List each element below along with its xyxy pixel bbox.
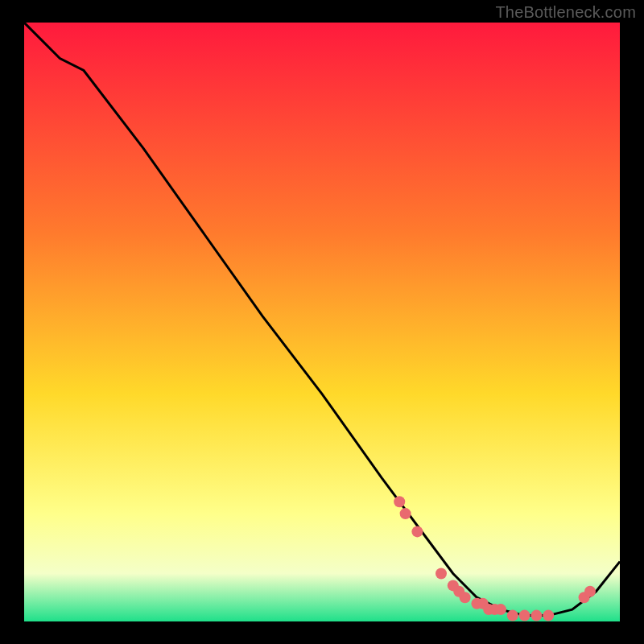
watermark-text: TheBottleneck.com [495,3,636,22]
highlight-point [495,604,506,615]
highlight-point [394,496,405,507]
gradient-plot-area [24,23,620,621]
highlight-point [519,610,530,621]
highlight-point [530,610,542,621]
highlight-point [460,592,471,603]
highlight-point [543,610,554,621]
chart-stage: TheBottleneck.com [0,0,644,644]
highlight-point [411,526,423,537]
highlight-point [584,586,596,597]
highlight-point [436,568,447,580]
bottleneck-curve-chart [24,23,620,621]
highlight-point [507,610,518,621]
highlight-point [400,508,411,519]
